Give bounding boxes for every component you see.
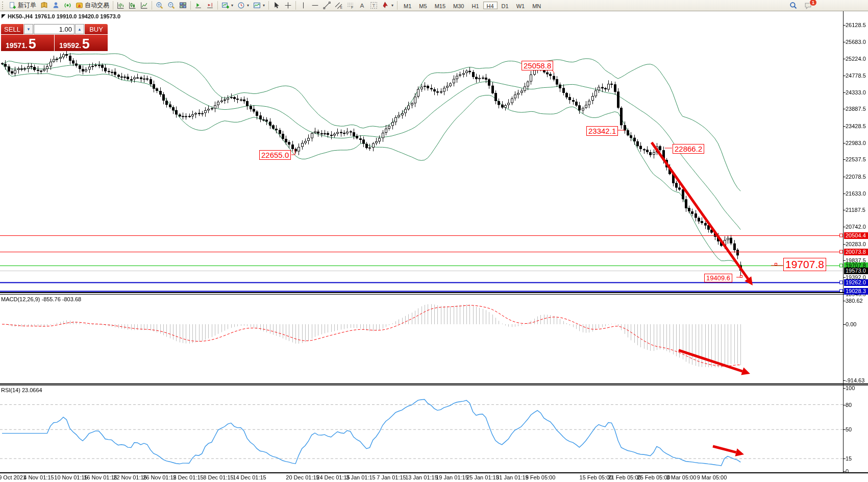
buy-button[interactable]: BUY (85, 24, 108, 34)
toolbar-grip[interactable] (2, 2, 5, 9)
text-button[interactable]: A (356, 1, 368, 10)
chart-canvas[interactable] (0, 11, 868, 482)
tile-windows-button[interactable] (177, 1, 189, 10)
zoom-in-button[interactable] (154, 1, 165, 10)
bar-chart-button[interactable] (115, 1, 127, 10)
new-chart-button[interactable]: ▾ (219, 1, 235, 10)
person-icon (52, 2, 60, 9)
templates-button[interactable]: ▾ (251, 1, 267, 10)
notification-count-badge: 1 (809, 0, 817, 6)
chart-shift-icon (206, 2, 214, 9)
auto-trading-icon: a (76, 2, 83, 9)
dropdown-arrow-icon: ▾ (263, 3, 265, 8)
tile-windows-icon (179, 2, 187, 9)
notifications-button[interactable]: 1 (802, 1, 814, 10)
volume-increase-button[interactable]: ▴ (75, 24, 84, 34)
tab-timeframe-m5[interactable]: M5 (415, 2, 430, 9)
crosshair-button[interactable] (282, 1, 294, 10)
new-order-label: 新订单 (18, 1, 36, 10)
tab-timeframe-mn[interactable]: MN (529, 2, 544, 9)
chart-window: HK50-,H4 19761.0 19910.0 19420.0 19573.0… (0, 11, 868, 482)
tab-timeframe-h4[interactable]: H4 (483, 2, 498, 9)
candlestick-chart-button[interactable] (127, 1, 138, 10)
chart-shift-button[interactable] (204, 1, 216, 10)
dropdown-arrow-icon: ▾ (231, 3, 233, 8)
text-label-icon: T (370, 2, 378, 9)
svg-text:F: F (351, 6, 353, 9)
timeframe-toolbar: M1M5M15M30H1H4D1W1MN (400, 2, 544, 9)
svg-text:T: T (373, 3, 376, 8)
signal-icon (64, 2, 71, 9)
zoom-in-icon (156, 2, 163, 9)
search-button[interactable] (787, 1, 799, 10)
text-a-icon: A (358, 2, 366, 9)
crosshair-icon (284, 2, 292, 9)
tab-timeframe-w1[interactable]: W1 (513, 2, 529, 9)
new-chart-icon (221, 2, 229, 9)
vertical-line-icon (300, 2, 307, 9)
search-icon (789, 2, 797, 9)
auto-trading-label: 自动交易 (85, 1, 109, 10)
tab-timeframe-m1[interactable]: M1 (400, 2, 415, 9)
zoom-out-icon (167, 2, 175, 9)
main-toolbar: 新订单 a 自动交易 ▾ ▾ ▾ E F A T ▾ M1M5M15M30H1H… (0, 0, 868, 11)
template-icon (253, 2, 261, 9)
signals-button[interactable] (62, 1, 73, 10)
volume-decrease-button[interactable]: ▾ (24, 24, 33, 34)
horizontal-line-icon (311, 2, 319, 9)
one-click-trading-panel: SELL ▾ ▴ BUY 19571.5 19592.5 (1, 24, 108, 51)
book-icon (40, 2, 48, 9)
tab-timeframe-d1[interactable]: D1 (498, 2, 512, 9)
vertical-line-button[interactable] (297, 1, 309, 10)
tab-timeframe-m15[interactable]: M15 (431, 2, 449, 9)
tab-timeframe-h1[interactable]: H1 (468, 2, 482, 9)
community-button[interactable] (50, 1, 62, 10)
auto-scroll-button[interactable] (192, 1, 204, 10)
arrow-objects-icon (382, 2, 389, 9)
periods-button[interactable]: ▾ (235, 1, 251, 10)
dropdown-arrow-icon: ▾ (247, 3, 249, 8)
buy-price[interactable]: 19592.5 (55, 35, 108, 51)
bar-chart-icon (117, 2, 125, 9)
new-order-icon (9, 2, 16, 9)
arrows-button[interactable]: ▾ (380, 1, 395, 10)
tab-timeframe-m30[interactable]: M30 (450, 2, 467, 9)
line-chart-button[interactable] (138, 1, 150, 10)
auto-scroll-icon (194, 2, 202, 9)
dropdown-arrow-icon: ▾ (391, 3, 393, 8)
volume-input[interactable] (34, 24, 75, 34)
history-center-button[interactable] (38, 1, 50, 10)
new-order-button[interactable]: 新订单 (7, 1, 38, 10)
sell-button[interactable]: SELL (1, 24, 23, 34)
svg-text:a: a (78, 3, 81, 8)
equidistant-channel-button[interactable]: E (333, 1, 344, 10)
svg-text:A: A (360, 2, 364, 9)
horizontal-line-button[interactable] (309, 1, 321, 10)
text-label-button[interactable]: T (368, 1, 380, 10)
cursor-button[interactable] (270, 1, 282, 10)
svg-text:E: E (340, 6, 342, 9)
cursor-icon (272, 2, 280, 9)
trendline-icon (323, 2, 331, 9)
fibonacci-icon: F (346, 2, 354, 9)
channel-icon: E (335, 2, 342, 9)
fibonacci-button[interactable]: F (344, 1, 356, 10)
zoom-out-button[interactable] (165, 1, 177, 10)
line-chart-icon (140, 2, 148, 9)
auto-trading-button[interactable]: a 自动交易 (73, 1, 111, 10)
candlestick-chart-icon (129, 2, 136, 9)
clock-icon (237, 2, 245, 9)
sell-price[interactable]: 19571.5 (1, 35, 54, 51)
trendline-button[interactable] (321, 1, 333, 10)
